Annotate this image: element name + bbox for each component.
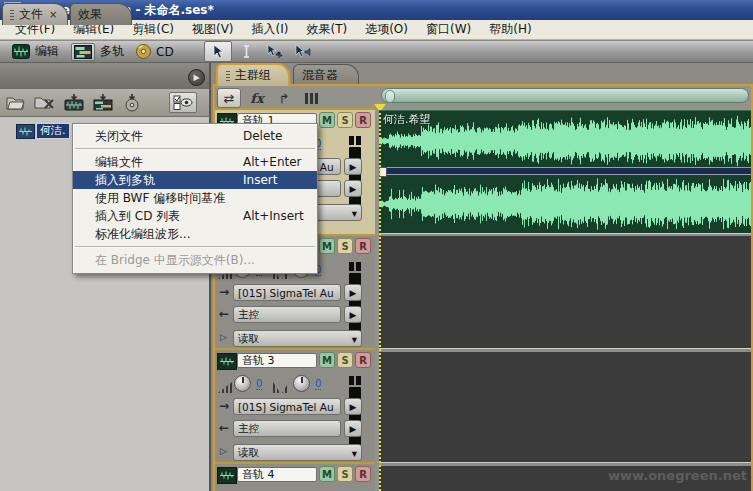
menu-item-insert-into-multitrack[interactable]: 插入到多轨Insert — [73, 171, 317, 189]
menu-item-reveal-in-bridge[interactable]: 在 Bridge 中显示源文件(B)... — [73, 251, 317, 269]
automation-expand-icon[interactable]: ▷ — [220, 332, 227, 342]
menu-item-close-file[interactable]: 关闭文件Delete — [73, 127, 317, 145]
file-item-label: 何洁. — [37, 124, 69, 138]
import-file-icon[interactable] — [3, 92, 29, 113]
multitrack-view-button[interactable]: 多轨 — [71, 43, 124, 61]
solo-button[interactable]: S — [337, 238, 353, 254]
dropdown-caret-icon: ▾ — [352, 333, 357, 345]
input-arrow-icon: → — [219, 398, 229, 415]
cd-view-button[interactable]: CD — [136, 44, 174, 59]
close-file-icon[interactable] — [32, 92, 58, 113]
dropdown-caret-icon: ▾ — [352, 207, 357, 219]
menu-options[interactable]: 选项(O) — [356, 19, 417, 40]
pan-knob[interactable] — [293, 375, 310, 392]
menu-clip[interactable]: 剪辑(C) — [123, 19, 183, 40]
output-arrow-icon: ← — [219, 306, 229, 323]
files-panel-toolbar — [0, 89, 211, 116]
record-arm-button[interactable]: R — [355, 466, 371, 482]
record-arm-button[interactable]: R — [355, 352, 371, 368]
menu-insert[interactable]: 插入(I) — [243, 19, 298, 40]
menu-view[interactable]: 视图(V) — [183, 19, 243, 40]
tool-group — [202, 41, 316, 62]
tab-effects[interactable]: 效果 — [70, 3, 132, 25]
pan-icon — [273, 382, 289, 393]
mute-button[interactable]: M — [319, 466, 335, 482]
channel-divider — [379, 167, 751, 175]
output-select-button[interactable]: 主控 — [233, 420, 341, 437]
tab-files[interactable]: 文件 × — [2, 3, 68, 25]
mute-button[interactable]: M — [319, 352, 335, 368]
automation-mode-button[interactable]: 读取▾ — [233, 330, 362, 347]
solo-button[interactable]: S — [337, 352, 353, 368]
record-arm-button[interactable]: R — [355, 112, 371, 128]
meters-button[interactable] — [300, 89, 322, 107]
audio-clip-track1[interactable]: 何洁.希望 — [379, 110, 751, 233]
tab-main-group-label: 主群组 — [235, 67, 271, 84]
input-select-button[interactable]: [01S] SigmaTel Au — [233, 398, 341, 415]
scrollbar-left-cap[interactable] — [385, 90, 395, 103]
input-arrow-icon: → — [219, 284, 229, 301]
loop-mode-button[interactable]: ⇄ — [217, 88, 241, 108]
tab-grip — [226, 70, 230, 81]
output-expand-button[interactable]: ▶ — [344, 180, 362, 197]
menu-item-edit-file[interactable]: 编辑文件Alt+Enter — [73, 153, 317, 171]
record-arm-button[interactable]: R — [355, 238, 371, 254]
track-waveform-icon — [217, 467, 237, 484]
track-panel-4: 音轨 4 M S R — [215, 462, 375, 491]
audio-file-icon — [16, 124, 35, 139]
input-expand-button[interactable]: ▶ — [344, 158, 362, 175]
playhead-line[interactable] — [379, 112, 381, 491]
clip-label: 何洁.希望 — [383, 112, 431, 127]
menu-window[interactable]: 窗口(W) — [417, 19, 480, 40]
menu-item-normalize-group-waveform[interactable]: 标准化编组波形... — [73, 225, 317, 243]
panel-menu-button[interactable]: ▶ — [188, 69, 205, 86]
move-clip-tool[interactable] — [262, 42, 288, 61]
mute-button[interactable]: M — [319, 112, 335, 128]
pan-value[interactable]: 0 — [315, 378, 321, 390]
input-select-button[interactable]: [01S] SigmaTel Au — [233, 284, 341, 301]
menu-item-insert-into-cd-list[interactable]: 插入到 CD 列表Alt+Insert — [73, 207, 317, 225]
output-expand-button[interactable]: ▶ — [344, 306, 362, 323]
automation-expand-icon[interactable]: ▷ — [220, 446, 227, 456]
horizontal-scrollbar[interactable] — [381, 88, 749, 103]
automation-mode-button[interactable]: 读取▾ — [233, 444, 362, 461]
empty-track-lane-2[interactable] — [379, 236, 751, 348]
file-list-item[interactable]: 何洁. — [16, 123, 69, 139]
tab-effects-label: 效果 — [78, 6, 102, 23]
insert-into-multitrack-icon[interactable] — [61, 92, 87, 113]
track-name-field[interactable]: 音轨 3 — [237, 353, 317, 368]
mute-button[interactable]: M — [319, 238, 335, 254]
menu-help[interactable]: 帮助(H) — [480, 19, 540, 40]
menu-effects[interactable]: 效果(T) — [297, 19, 356, 40]
routing-button[interactable]: ↱ — [273, 89, 295, 107]
tab-files-label: 文件 — [19, 6, 43, 23]
clip-indicator — [349, 376, 361, 385]
edit-view-button[interactable]: 编辑 — [12, 43, 59, 60]
tab-close-icon[interactable]: × — [49, 9, 57, 20]
volume-knob[interactable] — [234, 375, 251, 392]
tab-main-group[interactable]: 主群组 — [216, 63, 290, 86]
solo-button[interactable]: S — [337, 112, 353, 128]
cd-view-icon — [136, 44, 151, 59]
ibeam-tool[interactable] — [234, 42, 260, 61]
empty-track-lane-3[interactable] — [379, 352, 751, 462]
input-expand-button[interactable]: ▶ — [344, 284, 362, 301]
display-options-icon[interactable] — [169, 92, 197, 113]
fx-button[interactable]: fx — [246, 89, 268, 107]
output-expand-button[interactable]: ▶ — [344, 420, 362, 437]
time-selection-tool[interactable] — [204, 41, 232, 62]
tab-grip — [10, 9, 14, 20]
input-expand-button[interactable]: ▶ — [344, 398, 362, 415]
watermark: www.onegreen.net — [608, 468, 747, 483]
output-select-button[interactable]: 主控 — [233, 306, 341, 323]
edit-view-icon — [12, 44, 30, 59]
menu-item-use-bwf-offset[interactable]: 使用 BWF 偏移时间基准 — [73, 189, 317, 207]
volume-value[interactable]: 0 — [256, 378, 262, 390]
tab-mixer[interactable]: 混音器 — [293, 64, 359, 85]
insert-into-session-icon[interactable] — [90, 92, 116, 113]
track-name-field[interactable]: 音轨 4 — [237, 467, 317, 482]
insert-into-cd-icon[interactable] — [119, 92, 145, 113]
solo-button[interactable]: S — [337, 466, 353, 482]
volume-icon — [218, 382, 232, 393]
hybrid-tool[interactable] — [290, 42, 316, 61]
